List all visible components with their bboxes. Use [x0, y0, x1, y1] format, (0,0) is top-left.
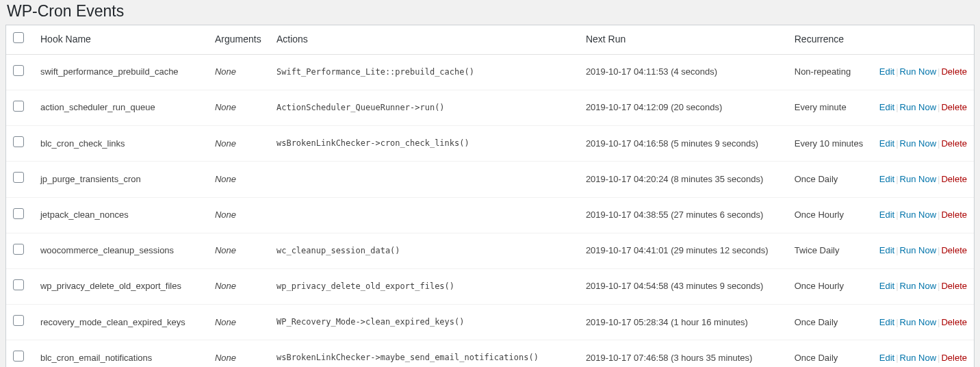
- run-now-link[interactable]: Run Now: [900, 174, 936, 184]
- separator: |: [894, 210, 899, 220]
- separator: |: [894, 245, 899, 255]
- col-header-args: Arguments: [208, 25, 270, 54]
- row-checkbox-cell: [6, 340, 34, 367]
- hook-name: recovery_mode_clean_expired_keys: [34, 305, 208, 340]
- row-checkbox[interactable]: [13, 351, 24, 362]
- delete-link[interactable]: Delete: [941, 138, 967, 149]
- edit-link[interactable]: Edit: [879, 66, 894, 77]
- hook-name: jp_purge_transients_cron: [34, 162, 208, 197]
- edit-link[interactable]: Edit: [879, 317, 894, 327]
- delete-link[interactable]: Delete: [941, 281, 967, 291]
- recurrence: Once Daily: [788, 162, 873, 197]
- edit-link[interactable]: Edit: [879, 281, 894, 291]
- action-callback: wsBrokenLinkChecker->cron_check_links(): [270, 126, 579, 162]
- delete-link[interactable]: Delete: [941, 66, 967, 77]
- separator: |: [894, 317, 899, 327]
- row-actions: Edit|Run Now|Delete: [873, 233, 974, 268]
- run-now-link[interactable]: Run Now: [900, 66, 936, 77]
- next-run: 2019-10-17 04:41:01 (29 minutes 12 secon…: [579, 233, 788, 268]
- arguments-value: None: [208, 268, 270, 304]
- edit-link[interactable]: Edit: [879, 210, 894, 220]
- recurrence: Non-repeating: [788, 54, 873, 90]
- row-checkbox[interactable]: [13, 172, 24, 183]
- recurrence: Once Hourly: [788, 268, 873, 304]
- row-actions: Edit|Run Now|Delete: [873, 340, 974, 367]
- delete-link[interactable]: Delete: [941, 317, 967, 327]
- hook-name: blc_cron_email_notifications: [34, 340, 208, 367]
- arguments-value: None: [208, 90, 270, 125]
- table-row: action_scheduler_run_queueNoneActionSche…: [6, 90, 974, 125]
- col-header-hook: Hook Name: [34, 25, 208, 54]
- run-now-link[interactable]: Run Now: [900, 138, 936, 149]
- hook-name: blc_cron_check_links: [34, 126, 208, 162]
- separator: |: [894, 353, 899, 363]
- delete-link[interactable]: Delete: [941, 174, 967, 184]
- row-actions: Edit|Run Now|Delete: [873, 90, 974, 125]
- col-header-recur: Recurrence: [788, 25, 873, 54]
- next-run: 2019-10-17 04:20:24 (8 minutes 35 second…: [579, 162, 788, 197]
- row-actions: Edit|Run Now|Delete: [873, 268, 974, 304]
- row-checkbox-cell: [6, 233, 34, 268]
- action-callback: WP_Recovery_Mode->clean_expired_keys(): [270, 305, 579, 340]
- edit-link[interactable]: Edit: [879, 353, 894, 363]
- action-callback: [270, 162, 579, 197]
- arguments-value: None: [208, 54, 270, 90]
- hook-name: wp_privacy_delete_old_export_files: [34, 268, 208, 304]
- row-actions: Edit|Run Now|Delete: [873, 197, 974, 233]
- delete-link[interactable]: Delete: [941, 245, 967, 255]
- hook-name: action_scheduler_run_queue: [34, 90, 208, 125]
- row-checkbox-cell: [6, 90, 34, 125]
- run-now-link[interactable]: Run Now: [900, 245, 936, 255]
- delete-link[interactable]: Delete: [941, 210, 967, 220]
- edit-link[interactable]: Edit: [879, 245, 894, 255]
- recurrence: Once Hourly: [788, 197, 873, 233]
- separator: |: [894, 102, 899, 112]
- col-header-next: Next Run: [579, 25, 788, 54]
- row-checkbox-cell: [6, 197, 34, 233]
- arguments-value: None: [208, 233, 270, 268]
- next-run: 2019-10-17 04:54:58 (43 minutes 9 second…: [579, 268, 788, 304]
- row-actions: Edit|Run Now|Delete: [873, 54, 974, 90]
- select-all-cell: [6, 25, 34, 54]
- recurrence: Once Daily: [788, 305, 873, 340]
- action-callback: wp_privacy_delete_old_export_files(): [270, 268, 579, 304]
- page-title: WP-Cron Events: [0, 0, 980, 25]
- action-callback: Swift_Performance_Lite::prebuild_cache(): [270, 54, 579, 90]
- edit-link[interactable]: Edit: [879, 102, 894, 112]
- delete-link[interactable]: Delete: [941, 102, 967, 112]
- recurrence: Twice Daily: [788, 233, 873, 268]
- row-checkbox[interactable]: [13, 279, 24, 290]
- edit-link[interactable]: Edit: [879, 138, 894, 149]
- run-now-link[interactable]: Run Now: [900, 210, 936, 220]
- table-row: swift_performance_prebuild_cacheNoneSwif…: [6, 54, 974, 90]
- row-actions: Edit|Run Now|Delete: [873, 305, 974, 340]
- recurrence: Every minute: [788, 90, 873, 125]
- recurrence: Every 10 minutes: [788, 126, 873, 162]
- row-checkbox[interactable]: [13, 208, 24, 219]
- row-checkbox[interactable]: [13, 244, 24, 255]
- cron-events-table: Hook Name Arguments Actions Next Run Rec…: [5, 25, 975, 367]
- row-checkbox[interactable]: [13, 101, 24, 112]
- row-checkbox-cell: [6, 126, 34, 162]
- select-all-checkbox[interactable]: [13, 32, 24, 43]
- table-row: blc_cron_email_notificationsNonewsBroken…: [6, 340, 974, 367]
- row-checkbox[interactable]: [13, 65, 24, 76]
- arguments-value: None: [208, 340, 270, 367]
- delete-link[interactable]: Delete: [941, 353, 967, 363]
- separator: |: [894, 174, 899, 184]
- row-checkbox[interactable]: [13, 315, 24, 326]
- table-row: wp_privacy_delete_old_export_filesNonewp…: [6, 268, 974, 304]
- run-now-link[interactable]: Run Now: [900, 353, 936, 363]
- next-run: 2019-10-17 05:28:34 (1 hour 16 minutes): [579, 305, 788, 340]
- row-actions: Edit|Run Now|Delete: [873, 126, 974, 162]
- run-now-link[interactable]: Run Now: [900, 281, 936, 291]
- run-now-link[interactable]: Run Now: [900, 317, 936, 327]
- run-now-link[interactable]: Run Now: [900, 102, 936, 112]
- action-callback: [270, 197, 579, 233]
- next-run: 2019-10-17 04:11:53 (4 seconds): [579, 54, 788, 90]
- table-row: blc_cron_check_linksNonewsBrokenLinkChec…: [6, 126, 974, 162]
- hook-name: jetpack_clean_nonces: [34, 197, 208, 233]
- row-checkbox[interactable]: [13, 136, 24, 147]
- arguments-value: None: [208, 197, 270, 233]
- edit-link[interactable]: Edit: [879, 174, 894, 184]
